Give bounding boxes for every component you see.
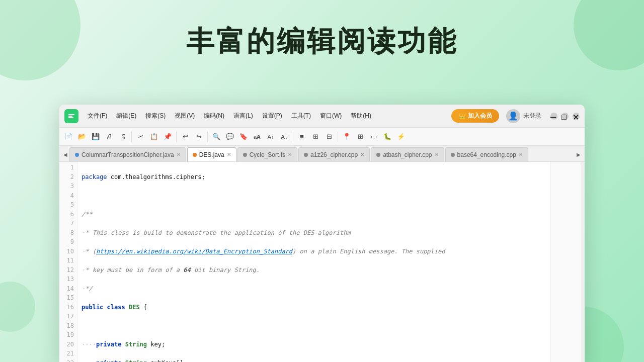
tab-dot-base64 (451, 153, 455, 157)
tb-search[interactable]: 🔍 (210, 131, 222, 143)
tb-bookmark[interactable]: 🔖 (237, 131, 250, 143)
tb-cut[interactable]: ✂ (134, 131, 146, 143)
tb-box[interactable]: ▭ (368, 131, 380, 143)
menu-tools[interactable]: 工具(T) (287, 110, 315, 122)
tab-a1z26[interactable]: a1z26_cipher.cpp ✕ (298, 147, 370, 161)
code-line-9 (82, 321, 546, 331)
code-line-8: public class DES { (82, 303, 546, 312)
tb-table[interactable]: ⊞ (354, 131, 366, 143)
title-bar: 文件(F) 编辑(E) 搜索(S) 视图(V) 编码(N) 语言(L) 设置(P… (59, 105, 585, 128)
menu-help[interactable]: 帮助(H) (347, 110, 375, 122)
tb-list[interactable]: ≡ (296, 131, 308, 143)
tb-paste[interactable]: 📌 (162, 131, 174, 143)
page-title: 丰富的编辑阅读功能 (0, 0, 644, 76)
tab-close-columnar[interactable]: ✕ (177, 152, 181, 157)
tab-dot-columnar (75, 153, 79, 157)
tb-print2[interactable]: 🖨 (117, 131, 129, 143)
menu-edit[interactable]: 编辑(E) (112, 110, 140, 122)
tb-undo[interactable]: ↩ (179, 131, 191, 143)
minimap (550, 162, 581, 362)
close-button[interactable]: ✕ (573, 113, 580, 120)
tb-align[interactable]: ⊟ (323, 131, 335, 143)
tab-nav-right[interactable]: ▶ (575, 147, 583, 161)
tb-grid[interactable]: ⊞ (309, 131, 321, 143)
tb-sep4 (293, 132, 293, 142)
tb-bug[interactable]: 🐛 (381, 131, 393, 143)
tb-font-a[interactable]: aA (251, 131, 263, 143)
tb-copy[interactable]: 📋 (148, 131, 160, 143)
tb-font-dn[interactable]: A↓ (278, 131, 290, 143)
code-line-5: ·* (https://en.wikipedia.org/wiki/Data_E… (82, 247, 546, 256)
tab-base64[interactable]: base64_encoding.cpp ✕ (445, 147, 528, 161)
tab-cyclesort[interactable]: Cycle_Sort.fs ✕ (237, 147, 297, 161)
code-line-4: ·* This class is build to demonstrate th… (82, 228, 546, 238)
tabs-bar: ◀ ColumnarTranspositionCipher.java ✕ DES… (59, 146, 585, 162)
login-text: 未登录 (523, 112, 541, 120)
tb-print[interactable]: 🖨 (103, 131, 115, 143)
tab-label-a1z26: a1z26_cipher.cpp (310, 151, 358, 158)
code-line-6: ·* key must be in form of a 64 bit binar… (82, 265, 546, 275)
maximize-button[interactable]: □ (561, 113, 569, 120)
code-line-10: ····private String key; (82, 340, 546, 349)
tb-save[interactable]: 💾 (90, 131, 102, 143)
tb-sep3 (207, 132, 208, 142)
toolbar: 📄 📂 💾 🖨 🖨 ✂ 📋 📌 ↩ ↪ 🔍 💬 🔖 aA A↑ A↓ ≡ ⊞ ⊟… (59, 128, 585, 146)
tab-dot-atbash (376, 153, 380, 157)
line-numbers: 1 2 3 4 5 6 7 8 9 10 11 12 13 14 15 16 1… (59, 162, 77, 362)
user-section: 👤 未登录 (506, 109, 541, 123)
tab-label-cyclesort: Cycle_Sort.fs (250, 151, 285, 158)
tab-dot-a1z26 (304, 153, 308, 157)
tb-open[interactable]: 📂 (76, 131, 88, 143)
minimize-button[interactable]: ─ (550, 113, 557, 120)
code-editor[interactable]: package com.thealgorithms.ciphers; /** ·… (77, 162, 550, 362)
editor-area: 1 2 3 4 5 6 7 8 9 10 11 12 13 14 15 16 1… (59, 162, 585, 362)
tb-pin[interactable]: 📍 (341, 131, 353, 143)
tab-atbash[interactable]: atbash_cipher.cpp ✕ (371, 147, 444, 161)
tab-label-atbash: atbash_cipher.cpp (383, 151, 432, 158)
wiki-link[interactable]: https://en.wikipedia.org/wiki/Data_Encry… (96, 248, 292, 255)
tab-close-a1z26[interactable]: ✕ (360, 152, 364, 157)
menu-file[interactable]: 文件(F) (84, 110, 111, 122)
menu-window[interactable]: 窗口(W) (316, 110, 346, 122)
avatar: 👤 (506, 109, 520, 123)
tab-label-columnar: ColumnarTranspositionCipher.java (82, 151, 174, 158)
menu-search[interactable]: 搜索(S) (141, 110, 170, 122)
tb-font-up[interactable]: A↑ (265, 131, 277, 143)
deco-circle-bl (0, 282, 35, 332)
tab-close-atbash[interactable]: ✕ (435, 152, 439, 157)
tb-flash[interactable]: ⚡ (395, 131, 407, 143)
tab-des[interactable]: DES.java ✕ (187, 147, 236, 161)
vertical-scrollbar[interactable] (581, 162, 585, 362)
tb-sep2 (176, 132, 177, 142)
code-line-3: /** (82, 210, 546, 219)
tab-label-base64: base64_encoding.cpp (457, 151, 516, 158)
tab-dot-cyclesort (243, 153, 247, 157)
tab-close-des[interactable]: ✕ (227, 152, 231, 157)
app-logo (64, 109, 78, 123)
menu-encode[interactable]: 编码(N) (200, 110, 228, 122)
tb-comment[interactable]: 💬 (224, 131, 236, 143)
tab-close-cyclesort[interactable]: ✕ (288, 152, 292, 157)
code-line-1: package com.thealgorithms.ciphers; (82, 172, 546, 182)
tab-columnar[interactable]: ColumnarTranspositionCipher.java ✕ (69, 147, 186, 161)
crown-icon: 👑 (458, 113, 466, 120)
tab-close-base64[interactable]: ✕ (519, 152, 523, 157)
member-button[interactable]: 👑 加入会员 (451, 109, 499, 123)
menu-settings[interactable]: 设置(P) (258, 110, 286, 122)
tab-label-des: DES.java (199, 151, 224, 158)
menu-lang[interactable]: 语言(L) (229, 110, 257, 122)
tb-redo[interactable]: ↪ (193, 131, 205, 143)
tab-dot-des (193, 153, 197, 157)
tab-nav-left[interactable]: ◀ (61, 147, 69, 161)
code-line-11: ····private String subKeys[]; (82, 358, 546, 363)
tb-new[interactable]: 📄 (62, 131, 74, 143)
tb-sep1 (131, 132, 132, 142)
menu-view[interactable]: 视图(V) (171, 110, 199, 122)
ide-window: 文件(F) 编辑(E) 搜索(S) 视图(V) 编码(N) 语言(L) 设置(P… (59, 105, 585, 362)
code-line-7: ·*/ (82, 284, 546, 294)
tb-sep5 (338, 132, 338, 142)
menu-bar: 文件(F) 编辑(E) 搜索(S) 视图(V) 编码(N) 语言(L) 设置(P… (84, 110, 448, 122)
code-line-2 (82, 191, 546, 201)
